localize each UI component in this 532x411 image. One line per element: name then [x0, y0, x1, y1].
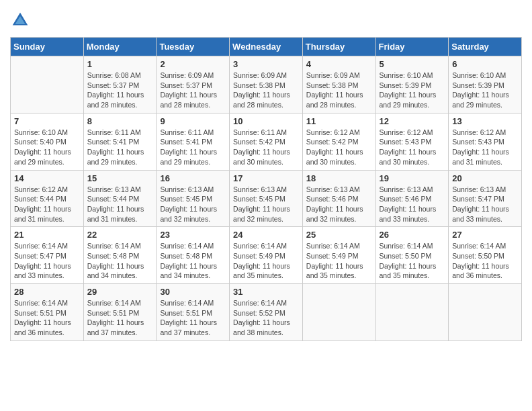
day-info: Sunrise: 6:12 AMSunset: 5:43 PMDaylight:… [380, 128, 445, 167]
day-info: Sunrise: 6:14 AMSunset: 5:50 PMDaylight:… [452, 241, 518, 281]
calendar-cell: 18Sunrise: 6:13 AMSunset: 5:46 PMDayligh… [302, 170, 375, 227]
day-number: 25 [306, 230, 372, 240]
calendar-cell: 7Sunrise: 6:10 AMSunset: 5:40 PMDaylight… [11, 113, 84, 170]
day-info: Sunrise: 6:14 AMSunset: 5:51 PMDaylight:… [14, 298, 80, 338]
calendar-cell: 9Sunrise: 6:11 AMSunset: 5:41 PMDaylight… [157, 113, 230, 170]
day-number: 22 [87, 230, 153, 240]
day-number: 28 [14, 287, 80, 297]
day-info: Sunrise: 6:14 AMSunset: 5:49 PMDaylight:… [233, 241, 299, 281]
day-number: 11 [306, 116, 372, 126]
day-number: 16 [160, 173, 226, 183]
col-header-sunday: Sunday [11, 38, 84, 56]
day-info: Sunrise: 6:13 AMSunset: 5:44 PMDaylight:… [87, 185, 153, 224]
calendar-cell: 26Sunrise: 6:14 AMSunset: 5:50 PMDayligh… [375, 227, 449, 284]
calendar-cell: 30Sunrise: 6:14 AMSunset: 5:51 PMDayligh… [157, 284, 230, 341]
day-number: 26 [380, 230, 445, 240]
calendar-cell: 2Sunrise: 6:09 AMSunset: 5:37 PMDaylight… [157, 56, 230, 113]
calendar-cell: 17Sunrise: 6:13 AMSunset: 5:45 PMDayligh… [230, 170, 303, 227]
day-info: Sunrise: 6:14 AMSunset: 5:52 PMDaylight:… [233, 298, 299, 338]
col-header-saturday: Saturday [449, 38, 522, 56]
day-info: Sunrise: 6:09 AMSunset: 5:38 PMDaylight:… [233, 71, 299, 110]
day-number: 30 [160, 287, 226, 297]
day-info: Sunrise: 6:12 AMSunset: 5:44 PMDaylight:… [14, 185, 80, 224]
day-info: Sunrise: 6:09 AMSunset: 5:38 PMDaylight:… [306, 71, 372, 110]
calendar-cell: 6Sunrise: 6:10 AMSunset: 5:39 PMDaylight… [449, 56, 522, 113]
day-info: Sunrise: 6:10 AMSunset: 5:40 PMDaylight:… [14, 128, 80, 167]
calendar-cell: 31Sunrise: 6:14 AMSunset: 5:52 PMDayligh… [230, 284, 303, 341]
day-number: 13 [452, 116, 518, 126]
calendar-cell: 15Sunrise: 6:13 AMSunset: 5:44 PMDayligh… [83, 170, 157, 227]
calendar-cell: 21Sunrise: 6:14 AMSunset: 5:47 PMDayligh… [11, 227, 84, 284]
calendar-cell [375, 284, 449, 341]
calendar-cell [11, 56, 84, 113]
calendar-cell [302, 284, 375, 341]
calendar-week-row: 21Sunrise: 6:14 AMSunset: 5:47 PMDayligh… [11, 227, 522, 284]
col-header-wednesday: Wednesday [230, 38, 303, 56]
day-info: Sunrise: 6:12 AMSunset: 5:42 PMDaylight:… [306, 128, 372, 167]
day-info: Sunrise: 6:11 AMSunset: 5:41 PMDaylight:… [87, 128, 153, 167]
day-number: 17 [233, 173, 299, 183]
day-info: Sunrise: 6:11 AMSunset: 5:42 PMDaylight:… [233, 128, 299, 167]
col-header-thursday: Thursday [302, 38, 375, 56]
day-number: 27 [452, 230, 518, 240]
day-number: 14 [14, 173, 80, 183]
calendar-cell: 12Sunrise: 6:12 AMSunset: 5:43 PMDayligh… [375, 113, 449, 170]
calendar-cell [449, 284, 522, 341]
day-number: 21 [14, 230, 80, 240]
day-info: Sunrise: 6:14 AMSunset: 5:49 PMDaylight:… [306, 241, 372, 281]
calendar-cell: 8Sunrise: 6:11 AMSunset: 5:41 PMDaylight… [83, 113, 157, 170]
day-info: Sunrise: 6:13 AMSunset: 5:46 PMDaylight:… [380, 185, 445, 224]
calendar-cell: 19Sunrise: 6:13 AMSunset: 5:46 PMDayligh… [375, 170, 449, 227]
day-info: Sunrise: 6:14 AMSunset: 5:48 PMDaylight:… [87, 241, 153, 281]
logo-icon [10, 10, 30, 30]
day-number: 31 [233, 287, 299, 297]
calendar-table: SundayMondayTuesdayWednesdayThursdayFrid… [10, 37, 522, 341]
day-number: 1 [87, 59, 153, 69]
day-info: Sunrise: 6:13 AMSunset: 5:45 PMDaylight:… [233, 185, 299, 224]
calendar-cell: 1Sunrise: 6:08 AMSunset: 5:37 PMDaylight… [83, 56, 157, 113]
col-header-monday: Monday [83, 38, 157, 56]
day-number: 9 [160, 116, 226, 126]
calendar-cell: 11Sunrise: 6:12 AMSunset: 5:42 PMDayligh… [302, 113, 375, 170]
day-info: Sunrise: 6:14 AMSunset: 5:51 PMDaylight:… [87, 298, 153, 338]
calendar-week-row: 14Sunrise: 6:12 AMSunset: 5:44 PMDayligh… [11, 170, 522, 227]
day-number: 18 [306, 173, 372, 183]
day-number: 6 [452, 59, 518, 69]
calendar-cell: 5Sunrise: 6:10 AMSunset: 5:39 PMDaylight… [375, 56, 449, 113]
day-number: 4 [306, 59, 372, 69]
day-number: 3 [233, 59, 299, 69]
day-info: Sunrise: 6:14 AMSunset: 5:48 PMDaylight:… [160, 241, 226, 281]
calendar-week-row: 7Sunrise: 6:10 AMSunset: 5:40 PMDaylight… [11, 113, 522, 170]
calendar-cell: 27Sunrise: 6:14 AMSunset: 5:50 PMDayligh… [449, 227, 522, 284]
day-number: 20 [452, 173, 518, 183]
calendar-cell: 28Sunrise: 6:14 AMSunset: 5:51 PMDayligh… [11, 284, 84, 341]
calendar-cell: 22Sunrise: 6:14 AMSunset: 5:48 PMDayligh… [83, 227, 157, 284]
day-info: Sunrise: 6:10 AMSunset: 5:39 PMDaylight:… [380, 71, 445, 110]
day-number: 15 [87, 173, 153, 183]
day-number: 12 [380, 116, 445, 126]
day-number: 24 [233, 230, 299, 240]
calendar-cell: 3Sunrise: 6:09 AMSunset: 5:38 PMDaylight… [230, 56, 303, 113]
calendar-cell: 13Sunrise: 6:12 AMSunset: 5:43 PMDayligh… [449, 113, 522, 170]
day-number: 8 [87, 116, 153, 126]
day-info: Sunrise: 6:08 AMSunset: 5:37 PMDaylight:… [87, 71, 153, 110]
day-info: Sunrise: 6:12 AMSunset: 5:43 PMDaylight:… [452, 128, 518, 167]
calendar-week-row: 28Sunrise: 6:14 AMSunset: 5:51 PMDayligh… [11, 284, 522, 341]
calendar-cell: 23Sunrise: 6:14 AMSunset: 5:48 PMDayligh… [157, 227, 230, 284]
day-info: Sunrise: 6:14 AMSunset: 5:50 PMDaylight:… [380, 241, 445, 281]
day-number: 7 [14, 116, 80, 126]
day-info: Sunrise: 6:14 AMSunset: 5:47 PMDaylight:… [14, 241, 80, 281]
day-info: Sunrise: 6:13 AMSunset: 5:46 PMDaylight:… [306, 185, 372, 224]
day-number: 19 [380, 173, 445, 183]
col-header-friday: Friday [375, 38, 449, 56]
calendar-cell: 20Sunrise: 6:13 AMSunset: 5:47 PMDayligh… [449, 170, 522, 227]
calendar-cell: 4Sunrise: 6:09 AMSunset: 5:38 PMDaylight… [302, 56, 375, 113]
calendar-cell: 10Sunrise: 6:11 AMSunset: 5:42 PMDayligh… [230, 113, 303, 170]
day-number: 10 [233, 116, 299, 126]
day-number: 23 [160, 230, 226, 240]
calendar-cell: 24Sunrise: 6:14 AMSunset: 5:49 PMDayligh… [230, 227, 303, 284]
calendar-cell: 29Sunrise: 6:14 AMSunset: 5:51 PMDayligh… [83, 284, 157, 341]
page-header [10, 10, 522, 30]
day-number: 29 [87, 287, 153, 297]
day-info: Sunrise: 6:14 AMSunset: 5:51 PMDaylight:… [160, 298, 226, 338]
